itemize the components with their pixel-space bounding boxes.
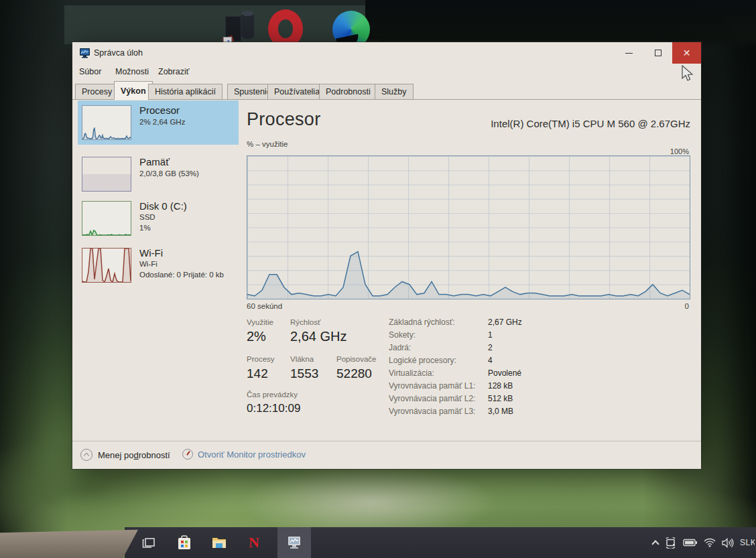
usage-value: 2%	[247, 329, 266, 344]
sidebar-disk-usage: 1%	[139, 224, 151, 232]
window-footer: Menej podrobností Otvoriť Monitor prostr…	[72, 441, 701, 469]
uptime-value: 0:12:10:09	[247, 402, 300, 415]
sidebar-wifi-traffic: Odoslané: 0 Prijaté: 0 kb	[139, 271, 224, 279]
processes-value: 142	[247, 366, 268, 381]
sidebar-memory-stats: 2,0/3,8 GB (53%)	[139, 169, 199, 178]
page-title: Procesor	[247, 109, 320, 130]
desktop-shortcut-unknown[interactable]: ↗	[225, 11, 257, 43]
speed-label: Rýchlosť	[290, 318, 320, 326]
sidebar-item-cpu[interactable]: Procesor 2% 2,64 GHz	[78, 100, 239, 145]
sidebar-wifi-name: Wi-Fi	[139, 260, 158, 268]
laptop-bezel	[0, 529, 138, 558]
disk-mini-graph	[82, 201, 131, 236]
handles-label: Popisovače	[336, 355, 376, 363]
menu-view[interactable]: Zobraziť	[158, 67, 189, 76]
wifi-icon[interactable]	[704, 538, 716, 547]
menu-options[interactable]: Možnosti	[115, 67, 149, 76]
cpu-usage-chart	[247, 155, 690, 299]
chevron-up-circle-icon	[80, 449, 92, 461]
detail-row: Základná rýchlosť: 2,67 GHz	[389, 318, 610, 330]
task-manager-icon	[286, 535, 302, 551]
memory-mini-graph	[82, 157, 131, 192]
chart-x-left-label: 60 sekúnd	[247, 302, 282, 310]
processes-label: Procesy	[247, 355, 275, 363]
fewer-details-button[interactable]: Menej podrobností	[80, 449, 170, 461]
cast-icon[interactable]	[664, 537, 677, 549]
tab-historia-aplikacii[interactable]: História aplikácií	[148, 84, 223, 100]
performance-panel: Procesor Intel(R) Core(TM) i5 CPU M 560 …	[247, 42, 690, 469]
detail-row: Jadrá: 2	[389, 343, 610, 356]
sidebar-item-wifi[interactable]: Wi-Fi Wi-Fi Odoslané: 0 Prijaté: 0 kb	[78, 243, 239, 290]
wallpaper-dark-mountain	[365, 0, 756, 48]
cpu-model-name: Intel(R) Core(TM) i5 CPU M 560 @ 2.67GHz	[491, 118, 690, 129]
chart-y-max-label: 100%	[670, 147, 689, 155]
file-explorer-button[interactable]	[209, 533, 229, 553]
usage-label: Využitie	[247, 318, 273, 326]
cpu-mini-graph	[82, 105, 131, 140]
threads-label: Vlákna	[290, 355, 314, 363]
detail-row: Logické procesory: 4	[389, 356, 610, 368]
taskbar: N	[125, 527, 756, 558]
sidebar-wifi-title: Wi-Fi	[139, 247, 163, 259]
threads-value: 1553	[290, 366, 318, 381]
task-view-button[interactable]	[139, 533, 160, 553]
file-explorer-icon	[211, 535, 227, 551]
task-manager-window: Správca úloh ✕ Súbor Možnosti Zobraziť P…	[72, 42, 701, 469]
open-resource-monitor-link[interactable]: Otvoriť Monitor prostriedkov	[182, 449, 306, 460]
resource-monitor-icon	[182, 449, 193, 460]
wifi-mini-graph	[82, 248, 131, 283]
sidebar-disk-type: SSD	[139, 213, 155, 221]
language-indicator[interactable]: SLK	[740, 538, 755, 547]
window-title: Správca úloh	[94, 48, 143, 58]
menu-file[interactable]: Súbor	[79, 67, 101, 76]
system-tray: SLK	[653, 527, 756, 558]
detail-row: Virtualizácia: Povolené	[389, 368, 610, 381]
volume-icon[interactable]	[722, 538, 734, 548]
tray-expand-icon[interactable]	[651, 540, 659, 547]
sidebar-cpu-title: Procesor	[139, 104, 180, 116]
chart-y-axis-label: % – využitie	[247, 140, 288, 148]
tab-vykon[interactable]: Výkon	[114, 81, 153, 100]
detail-row: Vyrovnávacia pamäť L2: 512 kB	[389, 394, 610, 407]
speed-value: 2,64 GHz	[290, 329, 346, 344]
task-manager-taskbar-button[interactable]	[284, 533, 304, 553]
detail-row: Vyrovnávacia pamäť L3: 3,0 MB	[389, 407, 610, 419]
tab-procesy[interactable]: Procesy	[75, 84, 119, 100]
netflix-button[interactable]: N	[244, 533, 264, 553]
detail-row: Sokety: 1	[389, 330, 610, 343]
laptop-screen-photo: ↗ ↗ ↗ Správca úloh ✕ Súbor Možnosti	[0, 0, 756, 558]
store-icon	[176, 535, 192, 551]
sidebar-item-memory[interactable]: Pamäť 2,0/3,8 GB (53%)	[78, 152, 239, 192]
uptime-label: Čas prevádzky	[247, 391, 298, 399]
chart-x-right-label: 0	[685, 302, 689, 310]
mouse-cursor	[680, 65, 694, 82]
microsoft-store-button[interactable]	[174, 533, 194, 553]
sidebar-memory-title: Pamäť	[139, 156, 170, 167]
sidebar-item-disk[interactable]: Disk 0 (C:) SSD 1%	[78, 196, 239, 243]
fewer-details-label: Menej podrobností	[98, 450, 170, 460]
battery-icon[interactable]	[683, 539, 698, 547]
sidebar-disk-title: Disk 0 (C:)	[139, 200, 187, 212]
sidebar-cpu-stats: 2% 2,64 GHz	[139, 118, 185, 126]
task-manager-app-icon	[79, 48, 90, 59]
netflix-icon: N	[249, 534, 259, 551]
task-view-icon	[142, 535, 157, 550]
handles-value: 52280	[336, 366, 372, 381]
detail-row: Vyrovnávacia pamäť L1: 128 kB	[389, 381, 610, 394]
